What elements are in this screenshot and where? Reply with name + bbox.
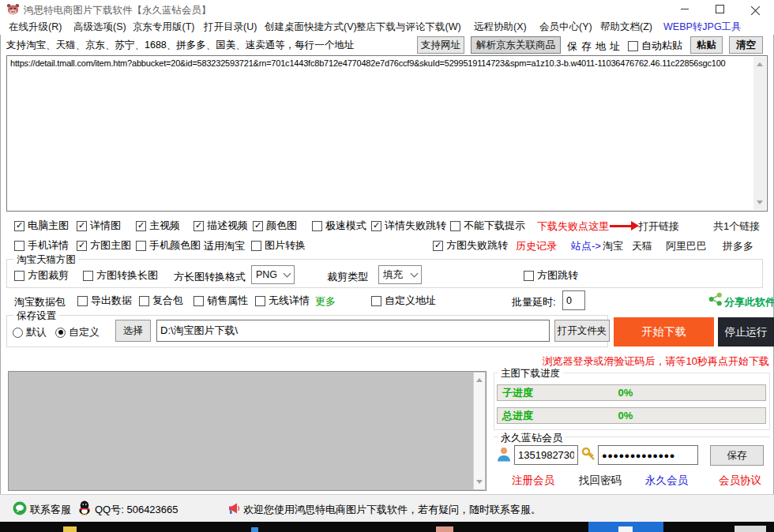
register-member-link[interactable]: 注册会员 xyxy=(512,474,554,488)
checkbox-box xyxy=(255,296,265,306)
radio-custom-path[interactable]: 自定义 xyxy=(55,325,100,339)
checkbox-box xyxy=(251,241,261,251)
choose-folder-button[interactable]: 选择 xyxy=(115,320,151,342)
menu-advanced-options[interactable]: 高级选项(S) xyxy=(71,20,129,35)
permanent-member-link[interactable]: 永久会员 xyxy=(645,474,688,488)
account-input[interactable] xyxy=(514,445,578,465)
history-link[interactable]: 历史记录 xyxy=(516,239,557,253)
checkbox-phone-color-image[interactable]: 手机颜色图 xyxy=(136,238,201,253)
checkbox-square-to-long[interactable]: 方图转换长图 xyxy=(83,268,158,283)
save-account-button[interactable]: 保存 xyxy=(710,445,764,466)
radio-default-path[interactable]: 默认 xyxy=(13,325,47,339)
share-software-link[interactable]: 分享此软件 xyxy=(724,295,774,309)
log-scrollbar[interactable] xyxy=(473,373,485,489)
crop-type-select[interactable]: 填充 xyxy=(378,265,422,284)
scroll-down-icon[interactable] xyxy=(757,200,763,208)
auto-paste-label: 自动粘贴 xyxy=(641,39,682,53)
auto-paste-checkbox[interactable]: 自动粘贴 xyxy=(628,39,682,53)
menu-help-docs[interactable]: 帮助文档(Z) xyxy=(598,20,655,35)
parse-jd-related-button[interactable]: 解析京东关联商品 xyxy=(471,36,561,54)
maximize-button[interactable] xyxy=(702,0,738,18)
checkbox-label: 颜色图 xyxy=(266,219,297,233)
checkbox-box xyxy=(628,41,638,51)
scroll-up-icon[interactable] xyxy=(757,59,763,66)
menu-webp-to-jpg[interactable]: WEBP转JPG工具 xyxy=(661,20,744,35)
batch-delay-input[interactable] xyxy=(562,290,585,310)
checkbox-label: 详情图 xyxy=(90,219,121,233)
menu-shop-comment-download[interactable]: 整店下载与评论下载(W) xyxy=(354,20,464,35)
checkbox-desc-video[interactable]: 描述视频 xyxy=(194,219,248,233)
menu-open-directory[interactable]: 打开目录(U) xyxy=(201,20,259,35)
paste-button[interactable]: 粘贴 xyxy=(690,36,723,54)
save-path-input[interactable] xyxy=(156,320,550,342)
checkbox-box xyxy=(77,221,87,231)
checkbox-color-image[interactable]: 颜色图 xyxy=(253,219,297,233)
password-input[interactable] xyxy=(598,445,698,465)
member-group-title: 永久蓝钻会员 xyxy=(498,431,565,445)
checkbox-label: 销售属性 xyxy=(207,294,248,308)
scroll-up-icon[interactable] xyxy=(476,375,483,382)
checkbox-custom-url[interactable]: 自定义地址 xyxy=(371,294,436,308)
checkbox-square-redirect[interactable]: 方图跳转 xyxy=(524,268,578,283)
batch-delay-label: 批量延时: xyxy=(512,295,556,309)
checkbox-square-crop[interactable]: 方图裁剪 xyxy=(14,268,69,283)
minimize-button[interactable] xyxy=(667,0,702,18)
sub-progress-value: 0% xyxy=(618,387,633,399)
download-fail-link[interactable]: 下载失败点这里 xyxy=(537,219,609,234)
site-taobao-link[interactable]: 淘宝 xyxy=(603,239,623,253)
checkbox-cannot-download-tip[interactable]: 不能下载提示 xyxy=(450,219,525,233)
menu-online-upgrade[interactable]: 在线升级(R) xyxy=(6,20,64,35)
open-link-label[interactable]: 打开链接 xyxy=(638,219,679,234)
checkbox-wireless-detail[interactable]: 无线详情 xyxy=(255,294,310,308)
recover-password-link[interactable]: 找回密码 xyxy=(579,474,622,488)
site-pinduoduo-link[interactable]: 拼多多 xyxy=(723,239,753,253)
close-button[interactable] xyxy=(738,0,773,18)
contact-support-link[interactable]: 联系客服 xyxy=(30,503,71,517)
checkbox-box xyxy=(194,221,204,231)
checkbox-label: 主视频 xyxy=(149,219,180,233)
checkbox-detail-image[interactable]: 详情图 xyxy=(77,219,121,233)
support-url-button[interactable]: 支持网址 xyxy=(417,36,464,54)
taskbar-app-fragment[interactable] xyxy=(251,527,258,532)
key-icon xyxy=(581,447,596,461)
checkbox-sales-attr[interactable]: 销售属性 xyxy=(194,294,248,308)
checkbox-label: 电脑主图 xyxy=(28,219,69,233)
total-progress-value: 0% xyxy=(618,410,633,421)
start-download-button[interactable]: 开始下载 xyxy=(614,317,714,347)
url-scrollbar[interactable] xyxy=(753,57,766,210)
taskbar-app-fragment[interactable] xyxy=(63,526,77,532)
checkbox-detail-fail-redirect[interactable]: 详情失败跳转 xyxy=(371,219,446,233)
checkbox-image-convert[interactable]: 图片转换 xyxy=(251,238,306,253)
checkbox-box xyxy=(136,221,146,231)
member-agreement-link[interactable]: 会员协议 xyxy=(719,474,761,488)
checkbox-composite-pack[interactable]: 复合包 xyxy=(139,294,183,308)
clear-button[interactable]: 清空 xyxy=(729,36,763,54)
checkbox-box xyxy=(83,271,93,281)
stop-run-button[interactable]: 停止运行 xyxy=(718,317,774,347)
menu-member-center[interactable]: 会员中心(Y) xyxy=(537,20,595,35)
taskbar[interactable] xyxy=(0,522,774,532)
taskbar-app-fragment[interactable] xyxy=(735,526,766,532)
url-textarea[interactable]: https://detail.tmall.com/item.htm?abbuck… xyxy=(6,55,768,212)
checkbox-phone-detail[interactable]: 手机详情 xyxy=(14,238,69,253)
checkbox-square-fail-redirect[interactable]: 方图失败跳转 xyxy=(433,238,508,253)
link-count-label: 共1个链接 xyxy=(713,219,760,234)
menu-jd-edition[interactable]: 京东专用版(T) xyxy=(130,20,197,35)
menu-create-shortcut[interactable]: 创建桌面快捷方式(V) xyxy=(262,20,359,35)
radio-label: 自定义 xyxy=(69,325,100,339)
menu-remote-assist[interactable]: 远程协助(X) xyxy=(472,20,529,35)
format-select[interactable]: PNG xyxy=(251,265,295,284)
taskbar-app-fragment[interactable] xyxy=(436,526,453,532)
checkbox-pc-main-image[interactable]: 电脑主图 xyxy=(14,219,69,233)
checkbox-fast-mode[interactable]: 极速模式 xyxy=(312,219,366,233)
site-tmall-link[interactable]: 天猫 xyxy=(632,239,652,253)
checkbox-export-data[interactable]: 导出数据 xyxy=(77,294,132,308)
more-link[interactable]: 更多 xyxy=(315,294,336,309)
checkbox-main-video[interactable]: 主视频 xyxy=(136,219,180,233)
site-alibaba-link[interactable]: 阿里巴巴 xyxy=(666,239,707,253)
open-folder-button[interactable]: 打开文件夹 xyxy=(554,320,610,342)
checkbox-square-main[interactable]: 方图主图 xyxy=(77,238,131,253)
log-area[interactable] xyxy=(8,371,487,491)
square-group-title: 淘宝天猫方图 xyxy=(13,253,79,267)
scroll-down-icon[interactable] xyxy=(476,480,483,487)
